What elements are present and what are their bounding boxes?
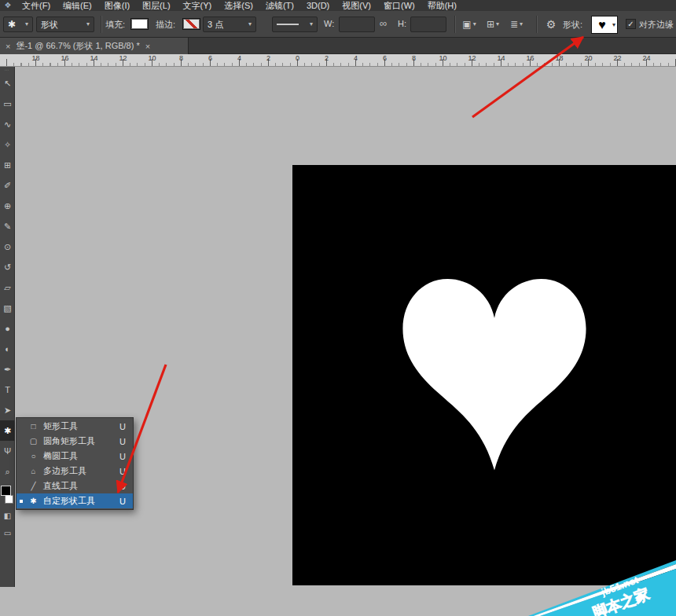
tool-move[interactable]: ↖ — [0, 73, 15, 94]
menu-item-window[interactable]: 窗口(W) — [377, 0, 421, 11]
ellipse-icon: ○ — [28, 453, 39, 460]
flyout-item-rounded-rectangle[interactable]: ▢ 圆角矩形工具 U — [17, 434, 133, 449]
tool-path-select[interactable]: ➤ — [0, 400, 15, 420]
stroke-style-select[interactable]: ▾ — [272, 16, 318, 32]
screen-mode-icon: ▭ — [4, 529, 11, 537]
tool-custom-shape[interactable]: ✱ — [0, 420, 15, 441]
tool-blur[interactable]: ● — [0, 318, 15, 339]
horizontal-ruler[interactable]: 18 16 14 12 10 8 6 4 2 0 2 4 6 8 10 12 1… — [0, 54, 676, 67]
stroke-color-swatch[interactable] — [182, 18, 200, 30]
tool-marquee[interactable]: ▭ — [0, 94, 15, 114]
menu-item-layer[interactable]: 图层(L) — [136, 0, 176, 11]
document-canvas[interactable] — [292, 165, 676, 585]
link-dimensions-icon[interactable]: ∞ — [380, 18, 387, 28]
tool-clone-stamp[interactable]: ⊙ — [0, 236, 15, 257]
width-input[interactable] — [339, 16, 375, 32]
menu-item-image[interactable]: 图像(I) — [98, 0, 136, 11]
geometry-options-button[interactable]: ⚙ — [542, 16, 560, 32]
flyout-item-shortcut: U — [119, 467, 130, 476]
menu-item-3d[interactable]: 3D(D) — [300, 0, 336, 11]
flyout-item-custom-shape[interactable]: ✱ 自定形状工具 U — [17, 493, 133, 508]
chevron-down-icon: ▾ — [83, 21, 90, 28]
tool-crop[interactable]: ⊞ — [0, 155, 15, 175]
tool-healing-brush[interactable]: ⊕ — [0, 196, 15, 216]
line-icon: ╱ — [28, 482, 39, 490]
menu-item-select[interactable]: 选择(S) — [218, 0, 259, 11]
tab-close-icon[interactable]: × — [145, 42, 150, 51]
menu-item-filter[interactable]: 滤镜(T) — [259, 0, 300, 11]
separator — [101, 16, 101, 33]
gradient-icon: ▧ — [3, 303, 11, 314]
app-icon: ❖ — [0, 0, 16, 11]
flyout-item-shortcut: U — [119, 497, 130, 506]
path-operations-button[interactable]: ▣ ▾ — [459, 16, 479, 32]
stroke-width-value: 3 点 — [208, 19, 223, 31]
tool-options-bar: ✱ ▾ 形状 ▾ 填充: 描边: 3 点 ▾ ▾ W: ∞ H: ▣ ▾ ⊞ ▾… — [0, 11, 676, 38]
ruler-number: 2 — [312, 54, 341, 63]
tool-history-brush[interactable]: ↺ — [0, 257, 15, 277]
history-brush-icon: ↺ — [4, 262, 11, 273]
menu-item-file[interactable]: 文件(F) — [16, 0, 57, 11]
tool-hand[interactable]: Ψ — [0, 441, 15, 461]
shape-label: 形状: — [563, 19, 582, 31]
lasso-icon: ∿ — [4, 119, 11, 130]
ruler-number: 16 — [50, 54, 79, 63]
chevron-down-icon: ▾ — [306, 21, 313, 28]
tool-zoom[interactable]: ⌕ — [0, 461, 15, 482]
chevron-down-icon: ▾ — [244, 21, 252, 28]
foreground-color-swatch[interactable] — [1, 486, 11, 496]
ruler-number: 6 — [196, 54, 225, 63]
tool-brush[interactable]: ✎ — [0, 216, 15, 236]
path-arrangement-button[interactable]: ≣ ▾ — [506, 16, 527, 32]
tool-preset-picker[interactable]: ✱ ▾ — [3, 16, 33, 32]
tool-lasso[interactable]: ∿ — [0, 114, 15, 134]
flyout-item-rectangle[interactable]: □ 矩形工具 U — [17, 419, 133, 434]
separator — [454, 16, 455, 33]
stroke-width-field[interactable]: 3 点 ▾ — [203, 16, 256, 32]
menu-item-view[interactable]: 视图(V) — [336, 0, 377, 11]
tool-quick-select[interactable]: ✧ — [0, 134, 15, 155]
ruler-number: 0 — [283, 54, 312, 63]
fill-color-swatch[interactable] — [130, 18, 149, 30]
tool-eraser[interactable]: ▱ — [0, 277, 15, 298]
tool-mode-select[interactable]: 形状 ▾ — [36, 16, 94, 32]
flyout-item-ellipse[interactable]: ○ 椭圆工具 U — [17, 449, 133, 464]
background-color-swatch[interactable] — [5, 495, 13, 504]
quick-select-icon: ✧ — [4, 140, 11, 150]
document-tab[interactable]: × 堡-1 @ 66.7% (形状 1, RGB/8) * × — [0, 38, 189, 54]
flyout-item-polygon[interactable]: ⌂ 多边形工具 U — [17, 464, 133, 478]
rounded-rectangle-icon: ▢ — [28, 438, 39, 446]
tool-gradient[interactable]: ▧ — [0, 298, 15, 318]
tool-eyedropper[interactable]: ✐ — [0, 175, 15, 196]
heart-shape-icon: ♥ — [592, 16, 612, 33]
panel-grip[interactable]: ⋯ — [0, 67, 14, 73]
align-edges-checkbox[interactable]: ✓ — [626, 19, 636, 29]
menu-bar: ❖ 文件(F) 编辑(E) 图像(I) 图层(L) 文字(Y) 选择(S) 滤镜… — [0, 0, 676, 11]
shape-picker[interactable]: ♥ ▾ — [591, 16, 618, 34]
ruler-number: 12 — [108, 54, 138, 63]
tab-close-icon-left[interactable]: × — [6, 42, 10, 51]
menu-item-help[interactable]: 帮助(H) — [421, 0, 463, 11]
ruler-number: 24 — [632, 54, 661, 63]
tool-type[interactable]: T — [0, 380, 15, 400]
ruler-number: 4 — [341, 54, 370, 63]
path-alignment-button[interactable]: ⊞ ▾ — [483, 16, 503, 32]
ruler-numbers: 18 16 14 12 10 8 6 4 2 0 2 4 6 8 10 12 1… — [21, 54, 661, 63]
marquee-icon: ▭ — [3, 99, 11, 109]
path-arrangement-icon: ≣ — [510, 19, 518, 30]
quick-mask-button[interactable]: ◧ — [0, 507, 15, 524]
tool-dodge[interactable]: ◐ — [0, 339, 15, 359]
custom-shape-icon: ✱ — [28, 497, 39, 505]
menu-item-type[interactable]: 文字(Y) — [177, 0, 219, 11]
tool-pen[interactable]: ✒ — [0, 359, 15, 380]
height-input[interactable] — [410, 16, 446, 32]
polygon-icon: ⌂ — [28, 468, 39, 475]
ruler-number: 18 — [21, 54, 50, 63]
screen-mode-button[interactable]: ▭ — [0, 524, 15, 541]
ruler-number: 4 — [225, 54, 254, 63]
eraser-icon: ▱ — [4, 283, 10, 293]
flyout-item-line[interactable]: ╱ 直线工具 U — [17, 478, 133, 493]
ruler-number: 10 — [428, 54, 457, 63]
jb51-watermark: jb51.net 脚本之家 — [525, 559, 676, 616]
menu-item-edit[interactable]: 编辑(E) — [57, 0, 98, 11]
